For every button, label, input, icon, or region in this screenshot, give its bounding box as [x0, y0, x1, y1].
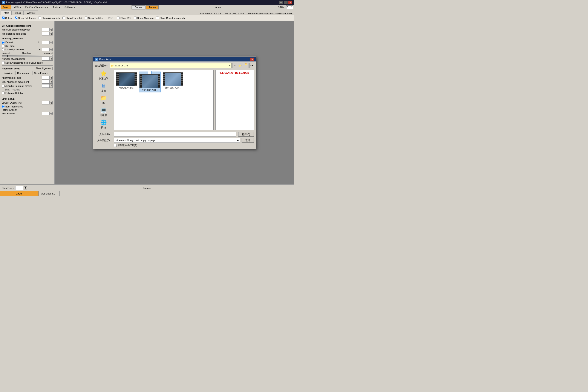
show-full-image-checkbox[interactable]: [14, 16, 18, 19]
keep-inside-checkbox[interactable]: [2, 61, 4, 64]
min-edge-input[interactable]: 20: [42, 32, 50, 36]
show-framelist-checkbox[interactable]: [62, 16, 65, 19]
threshold-handle[interactable]: [7, 55, 8, 57]
select-menu[interactable]: Select: [1, 5, 12, 10]
min-distance-up[interactable]: ▲: [50, 28, 53, 30]
lo-up[interactable]: ▲: [50, 40, 53, 42]
location-input[interactable]: 📁 2021-08-17Z ▾: [110, 63, 232, 68]
nav-up-button[interactable]: 📁↑: [238, 63, 243, 68]
hi-down[interactable]: ▼: [50, 50, 53, 51]
nav-back-button[interactable]: ←: [232, 63, 237, 68]
file-item-1[interactable]: 2021-08-17-09...: [116, 72, 137, 92]
pause-button[interactable]: Pause: [146, 5, 159, 10]
max-movement-up[interactable]: ▲: [50, 80, 53, 82]
frame-down[interactable]: ▼: [24, 188, 27, 190]
show-alignpoints-checkbox[interactable]: [38, 16, 41, 19]
dialog-title-bar: ▶ Open file(s) ✕: [93, 57, 256, 62]
gravity-down[interactable]: ▼: [50, 86, 53, 88]
best-frames-down[interactable]: ▼: [50, 114, 53, 115]
max-movement-down[interactable]: ▼: [50, 82, 53, 84]
min-edge-up[interactable]: ▲: [50, 32, 53, 34]
no-align-button[interactable]: No Align: [2, 71, 14, 75]
sidebar-quick-access[interactable]: ⭐ 快速访问: [96, 70, 111, 81]
estimate-rotation-checkbox[interactable]: [2, 92, 4, 94]
show-registrationgraph-checkbox[interactable]: [156, 16, 159, 19]
file-item-2[interactable]: ✓ 2021-08-17-09...: [139, 72, 160, 92]
sidebar-network[interactable]: 🌐 网络: [96, 119, 111, 130]
cpu-up-arrow[interactable]: ▲: [291, 6, 292, 7]
lo-input[interactable]: 30: [42, 40, 50, 44]
best-frames-up[interactable]: ▲: [50, 112, 53, 114]
show-roi-check[interactable]: Show ROI: [117, 16, 131, 19]
roi-button[interactable]: R.o.Interest: [15, 71, 32, 75]
open-button[interactable]: 打开(O): [238, 132, 254, 137]
show-alignment-button[interactable]: Show Alignment: [34, 67, 53, 70]
hi-up[interactable]: ▲: [50, 48, 53, 50]
num-alignpoints-input[interactable]: 0: [42, 57, 50, 60]
nav-view-button[interactable]: ≡▾: [249, 63, 254, 68]
show-prefilter-check[interactable]: Show Prefilter: [85, 16, 103, 19]
close-button[interactable]: ✕: [288, 1, 292, 4]
align-gravity-checkbox[interactable]: [2, 85, 4, 88]
hi-input[interactable]: 230: [42, 48, 50, 51]
lowest-quality-input[interactable]: 80: [42, 101, 50, 104]
colour-check[interactable]: Colour: [2, 16, 12, 19]
tab-align[interactable]: Align: [1, 10, 12, 15]
best-frames-input[interactable]: 200: [42, 112, 50, 115]
lo-down[interactable]: ▼: [50, 42, 53, 44]
nav-new-folder-button[interactable]: 📁+: [244, 63, 248, 68]
minimize-button[interactable]: ─: [279, 1, 283, 4]
alignbox-down[interactable]: ▼: [50, 78, 53, 80]
sidebar-library[interactable]: 📁 库: [96, 94, 111, 106]
filename-input[interactable]: 2021-08-17-0956_2-CapObj: [114, 132, 236, 137]
maximize-button[interactable]: □: [284, 1, 288, 4]
filetype-select[interactable]: Video and Mpeg (*.avi *.mpg *.mpeg): [114, 138, 240, 143]
frame-up[interactable]: ▲: [24, 186, 27, 188]
mru-menu[interactable]: MRU ▾: [12, 5, 23, 10]
lowest-pixel-radio[interactable]: [2, 48, 4, 51]
show-prefilter-checkbox[interactable]: [85, 16, 88, 19]
min-edge-down[interactable]: ▼: [50, 34, 53, 36]
max-movement-input[interactable]: 5: [42, 80, 50, 84]
cancel-button[interactable]: Cancel: [132, 5, 145, 10]
readonly-checkbox[interactable]: [114, 144, 117, 147]
gravity-up[interactable]: ▲: [50, 84, 53, 86]
tab-stack[interactable]: Stack: [12, 10, 24, 15]
cancel-dialog-button[interactable]: 取消: [242, 138, 254, 143]
show-aligndata-check[interactable]: Show Aligndata: [134, 16, 154, 19]
gravity-input[interactable]: 0: [42, 84, 50, 88]
show-alignpoints-check[interactable]: Show Alignpoints: [38, 16, 60, 19]
min-distance-input[interactable]: 30: [42, 28, 50, 32]
show-registrationgraph-check[interactable]: Show Registrationgraph: [156, 16, 184, 19]
file-item-3[interactable]: 2021-08-17-10...: [162, 72, 184, 92]
cpu-spinner[interactable]: 8 ▲ ▼: [286, 5, 293, 9]
scan-frames-button[interactable]: Scan Frames: [32, 71, 50, 75]
show-roi-checkbox[interactable]: [117, 16, 120, 19]
tab-wavelet[interactable]: Wavelet: [24, 10, 38, 15]
show-full-image-check[interactable]: Show Full Image: [14, 16, 36, 19]
alignbox-input[interactable]: 30: [42, 76, 50, 80]
num-down[interactable]: ▼: [50, 59, 53, 60]
tools-menu[interactable]: Tools ▾: [51, 5, 62, 10]
frame-input[interactable]: 1: [15, 186, 23, 190]
settings-menu[interactable]: Settings ▾: [62, 5, 77, 10]
lowest-quality-down[interactable]: ▼: [50, 103, 53, 104]
area3x3-radio[interactable]: [2, 44, 4, 47]
show-aligndata-checkbox[interactable]: [134, 16, 137, 19]
sidebar-computer[interactable]: 💻 此电脑: [96, 106, 111, 118]
num-up[interactable]: ▲: [50, 57, 53, 59]
min-distance-down[interactable]: ▼: [50, 30, 53, 32]
threshold-slider[interactable]: [2, 55, 53, 56]
alignbox-up[interactable]: ▲: [50, 76, 53, 78]
best-frames-radio[interactable]: [2, 105, 4, 108]
sidebar-desktop[interactable]: 🖥 桌面: [96, 82, 111, 93]
file-list-area[interactable]: 2021-08-17-09... ✓: [114, 70, 214, 130]
colour-checkbox[interactable]: [2, 16, 4, 19]
flat-dark-menu[interactable]: Flat/Dark/Reference ▾: [24, 5, 50, 10]
lowest-quality-up[interactable]: ▲: [50, 101, 53, 103]
dialog-close-button[interactable]: ✕: [250, 58, 254, 60]
cpu-down-arrow[interactable]: ▼: [291, 7, 292, 9]
about-button[interactable]: About: [214, 6, 223, 9]
default-radio[interactable]: [2, 41, 4, 44]
show-framelist-check[interactable]: Show Framelist: [62, 16, 82, 19]
